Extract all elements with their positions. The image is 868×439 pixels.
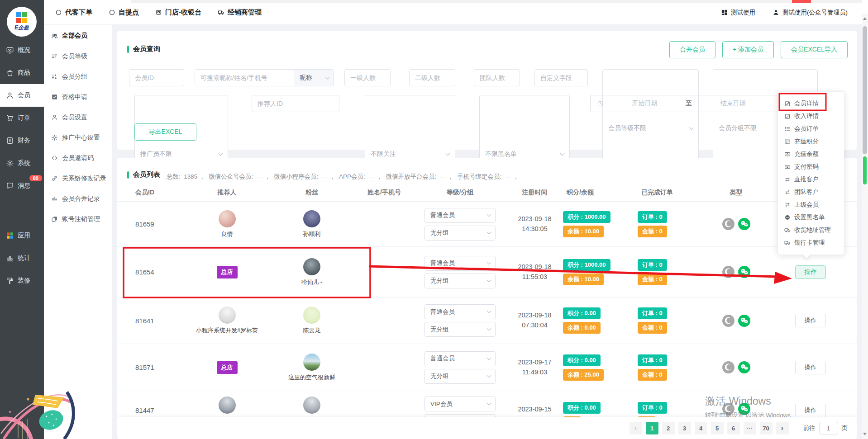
page-button[interactable]: 1 xyxy=(646,422,658,434)
merge-member-button[interactable]: 合并会员 xyxy=(669,41,715,58)
page-button[interactable]: 70 xyxy=(760,422,773,434)
sidebar-item-apps[interactable]: 应用 xyxy=(0,224,44,247)
grid-icon xyxy=(721,9,728,16)
group-select[interactable]: 无分组 xyxy=(424,226,496,241)
row-action-button[interactable]: 操作 xyxy=(795,361,826,374)
menu-item-income-detail[interactable]: 收入详情 xyxy=(778,110,844,123)
amount-badge: 金额 : 0 xyxy=(638,322,667,334)
sidebar-item-finance[interactable]: 财务 xyxy=(0,129,44,152)
page-button[interactable]: 3 xyxy=(678,422,691,434)
menu-item-shipping-address[interactable]: 收货地址管理 xyxy=(778,224,844,236)
search-input[interactable] xyxy=(195,70,295,86)
submenu-item-member-settings[interactable]: 会员设置 xyxy=(44,107,112,127)
row-action-button[interactable]: 操作 xyxy=(795,404,826,417)
level1-count-input[interactable] xyxy=(344,69,391,86)
excel-import-button[interactable]: 会员EXCEL导入 xyxy=(781,41,848,58)
member-stats: 总数: 1385 ， 微信公众号会员: --- ， 微信小程序会员: --- ，… xyxy=(167,173,519,181)
row-action-button[interactable]: 操作 xyxy=(795,265,826,279)
menu-item-upline-member[interactable]: 上级会员 xyxy=(778,198,844,211)
menu-item-member-detail[interactable]: 会员详情 xyxy=(778,97,844,110)
group-select[interactable]: 无分组 xyxy=(424,274,496,288)
submenu-item-qualification[interactable]: 资格申请 xyxy=(44,87,112,107)
member-submenu: 全部会员 会员等级 会员分组 资格申请 会员设置 推广中心设置 会员邀请码 关 xyxy=(44,25,112,439)
nav-item-proxy-order[interactable]: 代客下单 xyxy=(55,8,92,17)
submenu-item-account-cancel[interactable]: 账号注销管理 xyxy=(44,209,112,229)
sidebar-item-message[interactable]: 消息 80 xyxy=(0,175,44,197)
avatar xyxy=(219,210,236,227)
menu-item-direct-customers[interactable]: 直推客户 xyxy=(778,173,844,186)
sidebar-item-order[interactable]: 订单 xyxy=(0,107,44,129)
menu-item-recharge-points[interactable]: 充值积分 xyxy=(778,135,844,148)
menu-item-member-orders[interactable]: 会员订单 xyxy=(778,123,844,135)
page-button[interactable]: 4 xyxy=(695,422,707,434)
level-select[interactable]: 普通会员 xyxy=(424,256,496,271)
search-type-select[interactable]: 昵称 xyxy=(295,70,334,86)
menu-item-team-customers[interactable]: 团队客户 xyxy=(778,186,844,198)
goto-page-input[interactable] xyxy=(819,422,838,434)
page-button[interactable]: 2 xyxy=(662,422,675,434)
chevron-down-icon xyxy=(487,260,491,264)
nav-user-account[interactable]: 测试使用(公众号管理员) xyxy=(773,9,848,17)
sidebar-item-member[interactable]: 会员 xyxy=(0,84,44,107)
sidebar-item-system[interactable]: 系统 xyxy=(0,152,44,175)
submenu-item-merge-log[interactable]: 会员合并记录 xyxy=(44,189,112,209)
menu-item-blacklist[interactable]: 设置黑名单 xyxy=(778,211,844,224)
nav-item-store-cashier[interactable]: 门店-收银台 xyxy=(155,8,201,17)
user-icon xyxy=(773,9,779,16)
avatar xyxy=(303,354,320,371)
export-excel-button[interactable]: 导出EXCEL xyxy=(134,123,196,141)
sidebar-item-decorate[interactable]: 装修 xyxy=(0,269,44,292)
page-scrollbar[interactable] xyxy=(862,14,868,439)
nav-item-distributor[interactable]: 经销商管理 xyxy=(218,8,262,17)
submenu-item-member-level[interactable]: 会员等级 xyxy=(44,46,112,66)
level2-count-input[interactable] xyxy=(409,69,455,86)
group-select[interactable]: 无分组 xyxy=(424,369,496,384)
scroll-up-arrow[interactable] xyxy=(863,17,867,20)
sidebar-item-overview[interactable]: 概况 xyxy=(0,39,44,61)
date-range-picker[interactable]: 开始日期 至 结束日期 xyxy=(590,95,781,112)
scroll-down-arrow[interactable] xyxy=(863,433,867,435)
menu-item-bank-card[interactable]: 银行卡管理 xyxy=(778,236,844,249)
stats-icon xyxy=(6,254,14,262)
scrollbar-marker xyxy=(863,156,867,184)
more-pages-button[interactable]: ••• xyxy=(744,422,756,434)
level-select[interactable]: VIP会员 xyxy=(424,397,496,411)
table-row[interactable]: 81654 总店 哈仙儿~ 普通会员 无分组 2023-09-1811:55:0… xyxy=(117,246,857,297)
table-row[interactable]: 81571 总店 这里的空气很新鲜 普通会员 无分组 2023-09-1711:… xyxy=(117,344,857,391)
table-row[interactable]: 81641 小程序系统开发#罗标英 陈云龙 普通会员 无分组 2023-09-1… xyxy=(117,297,857,344)
start-date-input[interactable]: 开始日期 xyxy=(604,99,686,108)
sidebar-item-stats[interactable]: 统计 xyxy=(0,247,44,269)
custom-field-input[interactable] xyxy=(534,69,588,86)
scrollbar-thumb[interactable] xyxy=(863,26,867,154)
prev-page-button[interactable]: ‹ xyxy=(630,422,642,434)
page-button[interactable]: 6 xyxy=(727,422,740,434)
level-select[interactable]: 普通会员 xyxy=(424,208,496,223)
list-title: 会员列表 xyxy=(127,170,160,179)
next-page-button[interactable]: › xyxy=(776,422,789,434)
submenu-item-all-members[interactable]: 全部会员 xyxy=(44,26,112,46)
group-select[interactable]: 无分组 xyxy=(424,322,496,337)
submenu-item-relation-log[interactable]: 关系链修改记录 xyxy=(44,168,112,189)
member-id-input[interactable] xyxy=(129,69,184,86)
team-count-input[interactable] xyxy=(474,69,520,86)
menu-item-recharge-balance[interactable]: 充值余额 xyxy=(778,148,844,160)
headquarters-badge: 总店 xyxy=(217,266,238,279)
row-action-button[interactable]: 操作 xyxy=(795,314,826,327)
referrer-id-input[interactable] xyxy=(252,95,339,112)
submenu-item-invite-code[interactable]: 会员邀请码 xyxy=(44,148,112,168)
points-badge: 积分 : 1000.00 xyxy=(563,259,610,271)
end-date-input[interactable]: 结束日期 xyxy=(692,99,774,108)
add-member-button[interactable]: + 添加会员 xyxy=(722,41,774,58)
open-platform-icon xyxy=(722,218,734,230)
submenu-item-member-group[interactable]: 会员分组 xyxy=(44,66,112,87)
level-select[interactable]: 普通会员 xyxy=(424,304,496,319)
page-button[interactable]: 5 xyxy=(711,422,724,434)
nav-test-account[interactable]: 测试使用 xyxy=(721,9,755,17)
orders-badge: 订单 : 0 xyxy=(638,354,667,366)
level-select[interactable]: 普通会员 xyxy=(424,351,496,366)
menu-item-payment-password[interactable]: 支付密码 xyxy=(778,160,844,173)
nav-item-pickup-point[interactable]: 自提点 xyxy=(109,8,139,17)
table-row[interactable]: 81659 良情 孙顺利 普通会员 无分组 2023-09-1814:30:05… xyxy=(117,201,857,246)
sidebar-item-goods[interactable]: 商品 xyxy=(0,61,44,84)
submenu-item-promotion-center[interactable]: 推广中心设置 xyxy=(44,127,112,148)
